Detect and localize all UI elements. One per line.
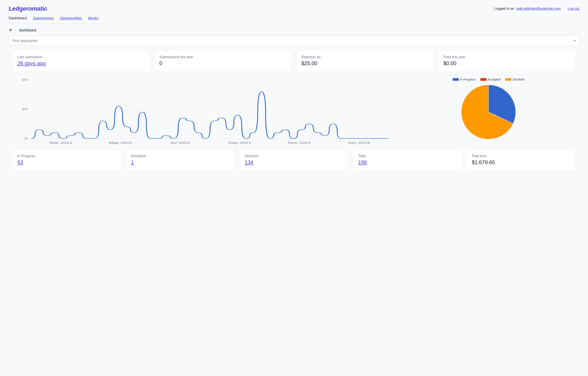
card-label: Total fees xyxy=(472,154,571,158)
card-value: $0.00 xyxy=(444,60,571,66)
card-in-progress: In Progress 63 xyxy=(13,150,120,170)
breadcrumb-current[interactable]: Dashboard xyxy=(19,28,36,32)
nav-submissions[interactable]: Submissions xyxy=(33,16,54,21)
card-value: $25.00 xyxy=(301,60,429,66)
card-submissions-year: Submissions this year 0 xyxy=(155,51,291,71)
breadcrumb: / Dashboard xyxy=(9,28,579,32)
card-value-link[interactable]: 63 xyxy=(17,159,116,166)
svg-text:Jan 2022: Jan 2022 xyxy=(348,141,370,144)
card-rejection-jar: Rejection jar $25.00 xyxy=(297,51,433,71)
svg-text:0: 0 xyxy=(24,137,28,140)
card-accepted: Accepted 1 xyxy=(127,150,234,170)
breadcrumb-separator: / xyxy=(15,28,16,32)
svg-text:Sep 2021: Sep 2021 xyxy=(228,141,251,144)
card-declined: Declined 134 xyxy=(240,150,348,170)
svg-text:May 2021: May 2021 xyxy=(109,141,132,144)
dropdown-caret-icon[interactable] xyxy=(574,40,576,42)
card-label: Rejection jar xyxy=(301,55,429,59)
card-last-submission: Last submission 26 days ago xyxy=(13,51,149,71)
auth-email-link[interactable]: walt.whitman@example.com xyxy=(516,7,561,10)
card-value-link[interactable]: 198 xyxy=(358,159,457,166)
legend-swatch-accepted xyxy=(480,78,487,81)
legend-accepted[interactable]: Accepted xyxy=(480,78,501,81)
home-icon[interactable] xyxy=(9,28,12,32)
auth-prefix: Logged in as xyxy=(494,7,514,10)
card-label: Last submission xyxy=(17,55,145,59)
svg-text:Jul 2021: Jul 2021 xyxy=(170,141,191,144)
card-value-link[interactable]: 1 xyxy=(131,159,230,166)
card-label: Fees this year xyxy=(444,55,571,59)
legend-label: In Progress xyxy=(460,78,476,81)
card-label: Total xyxy=(358,154,457,158)
legend-swatch-declined xyxy=(505,78,511,81)
nav-opportunities[interactable]: Opportunities xyxy=(60,16,82,21)
search-input[interactable] xyxy=(9,36,579,46)
card-fees-year: Fees this year $0.00 xyxy=(439,51,575,71)
card-label: Accepted xyxy=(131,154,230,158)
logout-link[interactable]: Log out xyxy=(568,7,579,10)
svg-text:Nov 2021: Nov 2021 xyxy=(288,141,311,144)
card-value: 0 xyxy=(160,60,287,66)
nav-works[interactable]: Works xyxy=(88,16,98,21)
card-value-link[interactable]: 134 xyxy=(245,159,344,166)
card-label: Submissions this year xyxy=(160,55,287,59)
submissions-line-chart: 01020Mar 2021May 2021Jul 2021Sep 2021Nov… xyxy=(13,78,393,145)
legend-label: Accepted xyxy=(488,78,501,81)
brand-logo[interactable]: Ledgeromatic xyxy=(9,5,47,12)
pie-legend: In Progress Accepted Declined xyxy=(453,78,524,81)
legend-label: Declined xyxy=(512,78,524,81)
search-wrap xyxy=(9,36,579,46)
legend-declined[interactable]: Declined xyxy=(505,78,524,81)
card-total-fees: Total fees $1,679.65 xyxy=(468,150,575,170)
card-label: In Progress xyxy=(17,154,116,158)
card-label: Declined xyxy=(245,154,344,158)
card-value: $1,679.65 xyxy=(472,159,571,166)
auth-status: Logged in as walt.whitman@example.com Lo… xyxy=(494,7,579,11)
svg-text:10: 10 xyxy=(22,108,28,111)
svg-text:Mar 2021: Mar 2021 xyxy=(50,141,73,144)
legend-in-progress[interactable]: In Progress xyxy=(453,78,476,81)
svg-text:20: 20 xyxy=(22,78,28,81)
legend-swatch-in-progress xyxy=(453,78,459,81)
nav-dashboard[interactable]: Dashboard xyxy=(9,16,27,21)
status-pie-chart: In Progress Accepted Declined xyxy=(402,78,575,140)
card-value-link[interactable]: 26 days ago xyxy=(17,60,145,66)
main-nav: Dashboard Submissions Opportunities Work… xyxy=(9,16,579,24)
card-total: Total 198 xyxy=(354,150,461,170)
